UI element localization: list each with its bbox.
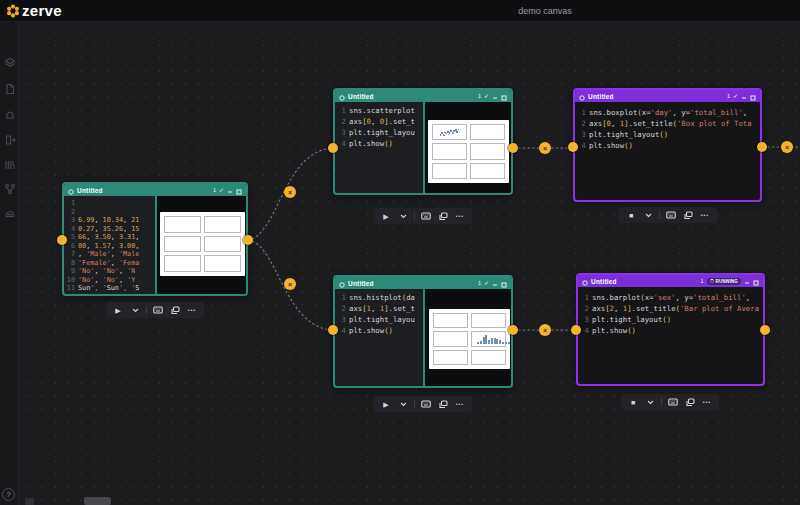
assistant-icon[interactable]: [3, 206, 16, 219]
zerve-logo-icon: [6, 4, 20, 18]
edge-delete-icon[interactable]: ×: [781, 141, 793, 153]
edge-delete-icon[interactable]: ×: [539, 142, 551, 154]
status-check-icon: ✓: [484, 280, 489, 286]
more-options-button[interactable]: •••: [699, 209, 711, 221]
minimap-control[interactable]: [84, 497, 111, 505]
canvas-title: demo canvas: [518, 6, 572, 16]
code-block-barplot[interactable]: Untitled 1 RUNNING 1sns.barplot(x='sex',…: [576, 273, 765, 386]
layers-icon[interactable]: [3, 56, 16, 69]
port-barplot-out[interactable]: [760, 325, 770, 335]
more-options-button[interactable]: •••: [701, 396, 713, 408]
block-title[interactable]: Untitled: [77, 187, 210, 194]
block-header[interactable]: Untitled 1 ✓: [64, 184, 246, 196]
block-order: 1: [478, 93, 481, 99]
code-block-scatterplot[interactable]: Untitled 1 ✓ 1sns.scatterplot2axs[0, 0].…: [333, 88, 513, 195]
port-barplot-in[interactable]: [571, 325, 581, 335]
block-title[interactable]: Untitled: [588, 93, 724, 100]
document-icon[interactable]: [3, 82, 16, 95]
run-options-chevron-icon[interactable]: [129, 304, 141, 316]
block-toolbar-scatterplot: ▶ •••: [374, 208, 472, 224]
block-toolbar-data: ▶ •••: [106, 302, 204, 318]
edge-delete-icon[interactable]: ×: [284, 278, 296, 290]
run-options-chevron-icon[interactable]: [642, 209, 654, 221]
zerve-logo[interactable]: zerve: [0, 2, 62, 19]
keyboard-icon[interactable]: [665, 209, 677, 221]
block-order: 1: [478, 280, 481, 286]
block-header[interactable]: Untitled 1 RUNNING: [578, 275, 763, 287]
keyboard-icon[interactable]: [152, 304, 164, 316]
code-block-histplot[interactable]: Untitled 1 ✓ 1sns.histplot(da2axs[1, 1].…: [333, 275, 513, 388]
comments-icon[interactable]: [437, 398, 449, 410]
run-button[interactable]: ▶: [380, 210, 392, 222]
output-preview-pane[interactable]: [423, 102, 511, 193]
run-button[interactable]: ▶: [112, 304, 124, 316]
port-boxplot-in[interactable]: [568, 142, 578, 152]
run-options-chevron-icon[interactable]: [644, 396, 656, 408]
keyboard-icon[interactable]: [667, 396, 679, 408]
comments-icon[interactable]: [684, 396, 696, 408]
edge-delete-icon[interactable]: ×: [284, 186, 296, 198]
code-editor[interactable]: 1sns.scatterplot2axs[0, 0].set_t3plt.tig…: [335, 102, 423, 193]
block-title[interactable]: Untitled: [348, 280, 475, 287]
run-button[interactable]: ▶: [380, 398, 392, 410]
keyboard-icon[interactable]: [420, 398, 432, 410]
block-toolbar-boxplot: ■ •••: [619, 207, 717, 223]
block-title[interactable]: Untitled: [591, 278, 698, 285]
figure-thumbnail: [160, 212, 245, 276]
block-header[interactable]: Untitled 1 ✓: [575, 90, 760, 102]
block-order: 1: [701, 278, 704, 284]
left-sidebar: ?: [0, 22, 19, 505]
export-icon[interactable]: [3, 133, 16, 146]
stop-button[interactable]: ■: [625, 209, 637, 221]
code-block-data[interactable]: Untitled 1 ✓ 1236.99, 10.34, 2140.27, 35…: [62, 182, 248, 296]
block-order: 1: [727, 93, 730, 99]
more-options-button[interactable]: •••: [186, 304, 198, 316]
stop-button[interactable]: ■: [627, 396, 639, 408]
output-preview-pane[interactable]: [155, 196, 246, 294]
spinner-icon: [710, 279, 714, 283]
block-order: 1: [213, 187, 216, 193]
block-header[interactable]: Untitled 1 ✓: [335, 90, 511, 102]
figure-thumbnail: [428, 120, 509, 183]
port-histplot-out[interactable]: [508, 325, 518, 335]
status-check-icon: ✓: [733, 93, 738, 99]
output-preview-pane[interactable]: [423, 289, 511, 386]
comments-icon[interactable]: [437, 210, 449, 222]
canvas-bottom-control[interactable]: [25, 498, 34, 505]
block-title[interactable]: Untitled: [348, 93, 475, 100]
block-toolbar-histplot: ▶ •••: [374, 396, 472, 412]
logo-text: zerve: [22, 2, 62, 19]
git-branch-icon[interactable]: [3, 182, 16, 195]
code-editor[interactable]: 1236.99, 10.34, 2140.27, 35.26, 15566, 3…: [64, 196, 155, 294]
run-options-chevron-icon[interactable]: [397, 398, 409, 410]
comments-icon[interactable]: [169, 304, 181, 316]
port-data-in[interactable]: [57, 235, 67, 245]
run-options-chevron-icon[interactable]: [397, 210, 409, 222]
status-check-icon: ✓: [484, 93, 489, 99]
port-scatterplot-out[interactable]: [508, 143, 518, 153]
more-options-button[interactable]: •••: [454, 210, 466, 222]
code-editor[interactable]: 1sns.histplot(da2axs[1, 1].set_t3plt.tig…: [335, 289, 423, 386]
port-boxplot-out[interactable]: [757, 142, 767, 152]
comments-icon[interactable]: [682, 209, 694, 221]
code-editor[interactable]: 1sns.boxplot(x='day', y='total_bill', 2a…: [575, 102, 760, 200]
block-toolbar-barplot: ■ •••: [621, 394, 719, 410]
more-options-button[interactable]: •••: [454, 398, 466, 410]
code-editor[interactable]: 1sns.barplot(x='sex', y='total_bill', 2a…: [578, 287, 763, 384]
figure-thumbnail: [429, 309, 510, 369]
help-button[interactable]: ?: [2, 488, 15, 501]
port-histplot-in[interactable]: [328, 325, 338, 335]
code-block-boxplot[interactable]: Untitled 1 ✓ 1sns.boxplot(x='day', y='to…: [573, 88, 762, 202]
block-header[interactable]: Untitled 1 ✓: [335, 277, 511, 289]
edge-delete-icon[interactable]: ×: [539, 324, 551, 336]
brush-icon[interactable]: [3, 108, 16, 121]
keyboard-icon[interactable]: [420, 210, 432, 222]
top-bar: zerve demo canvas: [0, 0, 800, 22]
running-badge: RUNNING: [707, 278, 741, 285]
port-scatterplot-in[interactable]: [328, 143, 338, 153]
status-check-icon: ✓: [219, 187, 224, 193]
logs-icon[interactable]: [3, 158, 16, 171]
port-data-out[interactable]: [243, 235, 253, 245]
